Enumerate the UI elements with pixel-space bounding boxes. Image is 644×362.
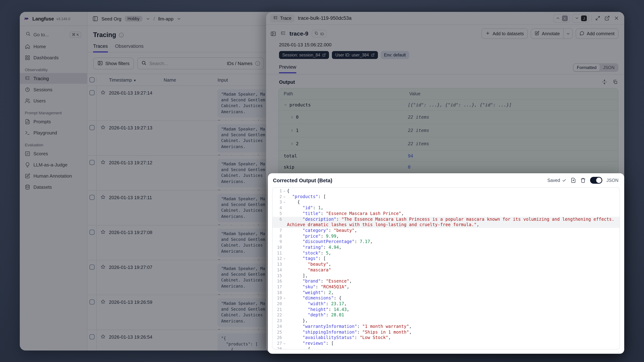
- code-line[interactable]: 15 ],: [272, 273, 620, 278]
- code-line[interactable]: 27 "reviews": [: [272, 341, 620, 346]
- code-line[interactable]: 4 "id": 1,: [272, 205, 620, 211]
- saved-status: Saved: [547, 178, 566, 183]
- code-line[interactable]: 10 "rating": 4.94,: [272, 245, 620, 250]
- fold-chevron-icon[interactable]: [282, 200, 287, 205]
- code-line[interactable]: 18 "weight": 2,: [272, 290, 620, 296]
- file-diff-icon[interactable]: [570, 178, 576, 183]
- gutter-spacer: [282, 324, 287, 330]
- code-line[interactable]: 19 "dimensions": {: [272, 296, 620, 301]
- code-line[interactable]: 5 "title": "Essence Mascara Lash Prince"…: [272, 211, 620, 216]
- code-line[interactable]: 25 "shippingInformation": "Ships in 1 mo…: [272, 330, 620, 335]
- code-line[interactable]: 16 "brand": "Essence",: [272, 279, 620, 284]
- gutter-spacer: [282, 284, 287, 290]
- fold-chevron-icon[interactable]: [282, 188, 287, 194]
- code-line[interactable]: Achieve dramatic lashes with this long-l…: [272, 222, 620, 228]
- code-line[interactable]: 8 "price": 9.99,: [272, 234, 620, 239]
- gutter-spacer: [282, 301, 287, 307]
- gutter-spacer: [282, 222, 287, 228]
- gutter-spacer: [282, 312, 287, 318]
- code-line[interactable]: 11 "stock": 5,: [272, 250, 620, 256]
- fold-chevron-icon[interactable]: [282, 256, 287, 262]
- corrected-output-panel: Corrected Output (Beta) Saved JSON 1{2 "…: [268, 173, 624, 354]
- json-toggle-label: JSON: [606, 178, 618, 183]
- gutter-spacer: [282, 307, 287, 312]
- gutter-spacer: [282, 205, 287, 211]
- code-line[interactable]: 23 },: [272, 318, 620, 324]
- gutter-spacer: [282, 250, 287, 256]
- gutter-spacer: [282, 273, 287, 278]
- code-line[interactable]: 3 {: [272, 200, 620, 205]
- gutter-spacer: [282, 216, 287, 222]
- gutter-spacer: [282, 268, 287, 273]
- fold-chevron-icon[interactable]: [282, 346, 287, 350]
- gutter-spacer: [282, 290, 287, 296]
- gutter-spacer: [282, 211, 287, 216]
- gutter-spacer: [282, 245, 287, 250]
- code-line[interactable]: 17 "sku": "RCH45Q1A",: [272, 284, 620, 290]
- fold-chevron-icon[interactable]: [282, 341, 287, 346]
- gutter-spacer: [282, 239, 287, 245]
- code-line[interactable]: 14 "mascara": [272, 268, 620, 273]
- code-line[interactable]: 9 "discountPercentage": 7.17,: [272, 239, 620, 245]
- code-line[interactable]: 24 "warrantyInformation": "1 month warra…: [272, 324, 620, 330]
- gutter-spacer: [282, 335, 287, 341]
- json-code-editor[interactable]: 1{2 "products": [3 {4 "id": 1,5 "title":…: [272, 187, 620, 350]
- code-line[interactable]: 22 "depth": 28.01: [272, 312, 620, 318]
- gutter-spacer: [282, 234, 287, 239]
- code-line[interactable]: 13 "beauty",: [272, 262, 620, 267]
- gutter-spacer: [282, 262, 287, 267]
- code-line[interactable]: 1{: [272, 188, 620, 194]
- check-icon: [562, 178, 566, 182]
- code-line[interactable]: 12 "tags": [: [272, 256, 620, 262]
- code-line[interactable]: 21 "height": 14.43,: [272, 307, 620, 312]
- code-line[interactable]: 28 {: [272, 346, 620, 350]
- code-line[interactable]: 20 "width": 23.17,: [272, 301, 620, 307]
- code-line[interactable]: 6 "description": "The Essence Mascara La…: [272, 216, 620, 222]
- corrected-output-title: Corrected Output (Beta): [273, 178, 332, 183]
- code-line[interactable]: 26 "availabilityStatus": "Low Stock",: [272, 335, 620, 341]
- gutter-spacer: [282, 228, 287, 234]
- trash-icon[interactable]: [580, 178, 586, 183]
- code-line[interactable]: 2 "products": [: [272, 194, 620, 200]
- gutter-spacer: [282, 318, 287, 324]
- fold-chevron-icon[interactable]: [282, 296, 287, 301]
- desktop-background: Langfuse v3.146.0 Go to... ⌘ K HomeDashb…: [0, 0, 644, 362]
- gutter-spacer: [282, 279, 287, 284]
- fold-chevron-icon[interactable]: [282, 194, 287, 200]
- gutter-spacer: [282, 330, 287, 335]
- code-line[interactable]: 7 "category": "beauty",: [272, 228, 620, 234]
- json-toggle[interactable]: [590, 177, 602, 184]
